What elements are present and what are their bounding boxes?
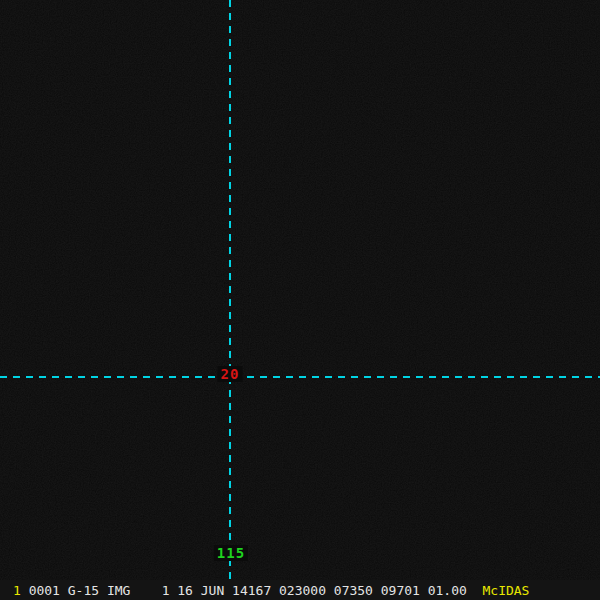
latitude-gridline	[0, 376, 600, 378]
latitude-value-label: 20	[218, 366, 243, 382]
image-element: 09701	[381, 583, 420, 598]
band-number: 1	[162, 583, 170, 598]
dataset-position: 0001	[29, 583, 60, 598]
sensor-name: G-15	[68, 583, 99, 598]
image-time: 023000	[279, 583, 326, 598]
frame-number: 1	[13, 583, 21, 598]
mcidas-brand-label: McIDAS	[482, 583, 529, 598]
image-date: 16 JUN 14167	[177, 583, 271, 598]
longitude-gridline	[229, 0, 231, 580]
image-line: 07350	[334, 583, 373, 598]
magnification-factor: 01.00	[428, 583, 467, 598]
data-type: IMG	[107, 583, 130, 598]
satellite-image-canvas[interactable]	[0, 0, 600, 600]
mcidas-display-window: 20 115 1 0001 G-15 IMG 1 16 JUN 14167 02…	[0, 0, 600, 600]
longitude-value-label: 115	[214, 545, 248, 561]
status-bar: 1 0001 G-15 IMG 1 16 JUN 14167 023000 07…	[0, 580, 600, 600]
